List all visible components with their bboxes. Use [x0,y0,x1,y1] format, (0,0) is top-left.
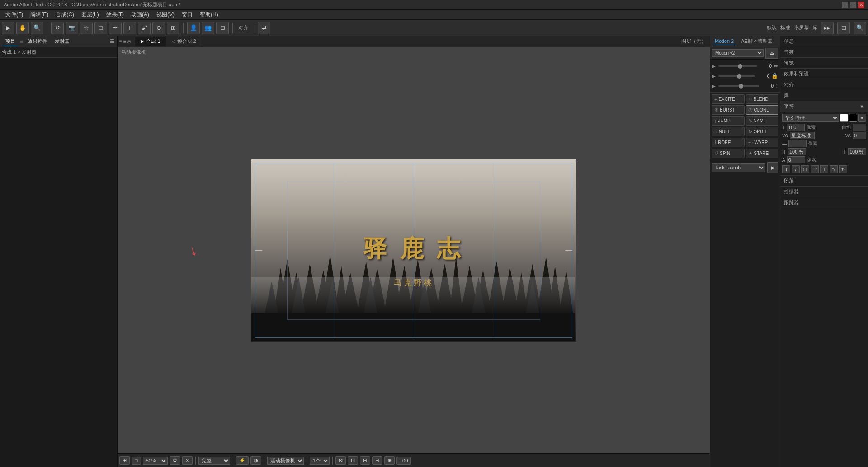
tool-3d[interactable]: ⇄ [258,22,270,34]
info-section-audio[interactable]: 音频 [780,47,868,58]
slider-1-arrow[interactable]: ▶ [712,64,717,69]
tab-emitter[interactable]: 发射器 [52,37,72,46]
motion-btn-rope[interactable]: ⌇ ROPE [712,138,745,147]
vp-btn-fast-preview[interactable]: ⚡ [236,456,249,465]
maximize-button[interactable]: □ [850,2,856,8]
fmt-bold[interactable]: T [782,165,790,173]
viewport-canvas[interactable]: 驿 鹿 志 马克野桃 — — [118,47,710,453]
char-tracking-input[interactable] [853,132,866,139]
motion-settings-btn[interactable]: ⛰ [765,48,778,59]
tool-pen[interactable]: ✒ [109,22,122,34]
vp-quality-select[interactable]: 完整 一半 三分之一 [198,457,230,465]
vp-btn-safe[interactable]: ⊡ [348,456,358,465]
vp-view-select[interactable]: 1个 [310,457,330,465]
tool-person2[interactable]: 👥 [202,22,214,34]
menu-view[interactable]: 视图(V) [153,10,178,19]
char-color-white[interactable] [840,114,848,122]
workspace-search[interactable]: ⊞ [837,22,850,34]
tool-brush[interactable]: 🖌 [138,22,151,34]
menu-anim[interactable]: 动画(A) [127,10,153,19]
info-section-char[interactable]: 字符 ▼ [780,101,868,112]
slider-2-thumb[interactable] [737,74,741,79]
workspace-find[interactable]: 🔍 [854,22,866,34]
motion-version-select[interactable]: Motion v2 [712,49,764,57]
tool-rect[interactable]: □ [94,22,107,34]
motion-btn-warp[interactable]: 〰 WARP [746,138,778,147]
info-section-effects[interactable]: 效果和预设 [780,69,868,79]
slider-2-arrow[interactable]: ▶ [712,74,717,79]
vp-btn-snap[interactable]: ⊠ [335,456,346,465]
vp-zoom-select[interactable]: 50% 100% 200% [143,457,168,465]
tool-camera[interactable]: 📷 [66,22,78,34]
task-launch-select[interactable]: Task Launch [712,163,765,172]
info-section-align[interactable]: 对齐 [780,79,868,90]
fmt-sub[interactable]: T₁ [830,165,838,173]
char-auto-input[interactable] [853,124,866,131]
slider-3-track[interactable] [718,85,759,87]
motion-btn-orbit[interactable]: ↻ ORBIT [746,127,778,136]
info-section-paragraph[interactable]: 段落 [780,176,868,187]
vp-btn-alpha[interactable]: ◑ [250,456,261,465]
slider-3-thumb[interactable] [739,84,743,89]
panel-menu[interactable]: ☰ [110,38,114,44]
motion-tab-ae-scripts[interactable]: AE脚本管理器 [739,37,774,46]
workspace-more[interactable]: ▸▸ [821,22,834,34]
slider-3-arrow[interactable]: ▶ [712,84,717,89]
slider-2-track[interactable] [718,75,755,77]
tool-selection[interactable]: ▶ [2,22,14,34]
menu-window[interactable]: 窗口 [178,10,196,19]
info-section-info[interactable]: 信息 [780,36,868,47]
motion-btn-jump[interactable]: ↑ JUMP [712,116,745,126]
tool-text[interactable]: T [123,22,136,34]
char-color-black[interactable] [849,114,857,122]
motion-btn-clone[interactable]: ◎ CLONE [746,105,778,115]
motion-btn-null[interactable]: ○ NULL [712,127,745,136]
char-font-select[interactable]: 华文行楷 [782,114,839,122]
char-pipette[interactable]: ✒ [858,114,866,122]
info-section-preview[interactable]: 预览 [780,58,868,69]
comp-tab-1[interactable]: ▶ 合成 1 [135,37,166,46]
window-controls[interactable]: ─ □ ✕ [842,2,864,8]
motion-btn-burst[interactable]: ✳ BURST [712,105,745,115]
info-section-tracker[interactable]: 跟踪器 [780,197,868,208]
menu-comp[interactable]: 合成(C) [52,10,78,19]
menu-effect[interactable]: 效果(T) [103,10,127,19]
tool-hand[interactable]: ✋ [16,22,29,34]
motion-btn-excite[interactable]: + EXCITE [712,94,745,104]
tool-puppet[interactable]: ⊞ [167,22,179,34]
fmt-smallcaps[interactable]: Tr [811,165,819,173]
close-button[interactable]: ✕ [858,2,864,8]
char-size-input[interactable] [787,124,805,131]
tool-clone[interactable]: ⊕ [152,22,165,34]
menu-edit[interactable]: 编辑(E) [27,10,52,19]
fmt-strikethrough[interactable]: T¹ [839,165,847,173]
menu-help[interactable]: 帮助(H) [196,10,222,19]
info-section-library[interactable]: 库 [780,90,868,101]
char-kerning-input[interactable] [790,132,815,139]
motion-btn-blend[interactable]: ≋ BLEND [746,94,778,104]
menu-file[interactable]: 文件(F) [2,10,27,19]
workspace-default[interactable]: 默认 [767,24,777,31]
fmt-italic[interactable]: T [792,165,800,173]
slider-1-track[interactable] [718,65,757,67]
comp-tab-2[interactable]: ◁ 预合成 2 [166,37,202,46]
fmt-super[interactable]: T̲ [820,165,828,173]
vp-btn-grid[interactable]: ⊞ [360,456,370,465]
vp-camera-select[interactable]: 活动摄像机 [267,457,304,465]
tool-align[interactable]: ⊟ [216,22,229,34]
fmt-allcaps[interactable]: TT [801,165,809,173]
slider-1-thumb[interactable] [738,64,742,69]
workspace-small[interactable]: 小屏幕 [794,24,809,31]
tool-rotate[interactable]: ↺ [51,22,64,34]
char-leading-input[interactable] [788,140,807,147]
tab-project[interactable]: 项目 [3,37,18,46]
vp-btn-region[interactable]: ⊞ [119,456,130,465]
task-launch-btn[interactable]: ▶ [767,162,778,173]
motion-btn-stare[interactable]: ★ STARE [746,149,778,158]
char-scaleh-input[interactable] [788,148,806,155]
vp-btn-3d[interactable]: ⊕ [384,456,395,465]
workspace-standard[interactable]: 标准 [780,24,790,31]
motion-btn-spin[interactable]: ↺ SPIN [712,149,745,158]
tool-zoom[interactable]: 🔍 [31,22,43,34]
vp-btn-rulers[interactable]: ⊟ [372,456,382,465]
